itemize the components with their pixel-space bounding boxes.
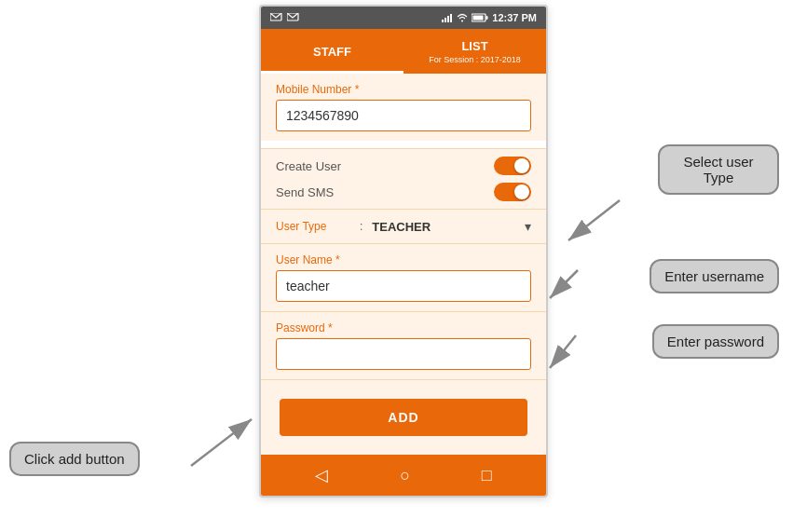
user-type-value: TEACHER (372, 220, 525, 234)
password-label: Password * (276, 321, 531, 334)
status-bar: 12:37 PM (261, 7, 546, 29)
password-input[interactable] (276, 338, 531, 370)
time-display: 12:37 PM (492, 12, 537, 23)
username-label: User Name * (276, 253, 531, 266)
annotation-password: Enter password (652, 324, 779, 359)
nav-bar: ◁ ○ □ (261, 455, 546, 496)
send-sms-toggle[interactable] (494, 183, 531, 201)
svg-rect-5 (450, 14, 452, 22)
tab-staff[interactable]: STAFF (261, 29, 404, 74)
dropdown-arrow-icon[interactable]: ▾ (525, 219, 531, 234)
back-button[interactable]: ◁ (315, 465, 328, 485)
wifi-icon (457, 13, 468, 22)
svg-rect-3 (445, 18, 446, 22)
password-section: Password * (261, 311, 546, 379)
signal-icon (442, 13, 453, 22)
message-icon (270, 13, 283, 22)
notification-icon (287, 13, 300, 22)
username-section: User Name * (261, 243, 546, 311)
user-type-label: User Type (276, 220, 350, 233)
svg-rect-2 (442, 20, 444, 22)
create-user-row: Create User (276, 157, 531, 175)
toggle-section: Create User Send SMS (261, 148, 546, 209)
annotation-username: Enter username (650, 259, 779, 293)
recent-button[interactable]: □ (482, 466, 492, 485)
create-user-toggle[interactable] (494, 157, 531, 175)
send-sms-row: Send SMS (276, 183, 531, 201)
mobile-number-input[interactable] (276, 100, 531, 131)
tab-bar: STAFF LIST For Session : 2017-2018 (261, 29, 546, 74)
svg-rect-9 (473, 16, 484, 20)
svg-point-6 (461, 20, 463, 22)
mobile-number-label: Mobile Number * (276, 83, 531, 96)
send-sms-label: Send SMS (276, 185, 334, 199)
svg-rect-8 (486, 16, 488, 20)
mobile-number-section: Mobile Number * (261, 74, 546, 141)
status-icons-right: 12:37 PM (442, 12, 537, 23)
user-type-section: User Type : TEACHER ▾ (261, 209, 546, 243)
add-section: ADD (261, 379, 546, 455)
home-button[interactable]: ○ (400, 466, 410, 485)
phone-frame: 12:37 PM STAFF LIST For Session : 2017-2… (259, 5, 548, 498)
annotation-add: Click add button (9, 442, 140, 476)
svg-rect-4 (447, 16, 449, 22)
tab-list[interactable]: LIST For Session : 2017-2018 (404, 29, 546, 74)
create-user-label: Create User (276, 159, 341, 173)
annotation-select-user: Select userType (658, 144, 779, 195)
username-input[interactable] (276, 270, 531, 302)
battery-icon (472, 13, 488, 22)
add-button[interactable]: ADD (280, 399, 527, 436)
status-icons-left (270, 13, 300, 22)
